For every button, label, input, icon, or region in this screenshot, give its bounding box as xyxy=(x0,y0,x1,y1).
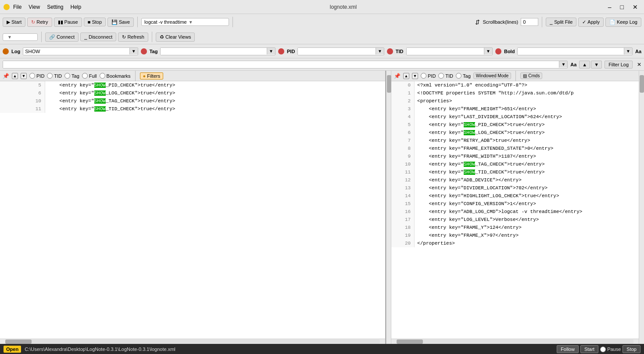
right-scrollbar-thumb[interactable] xyxy=(397,340,423,344)
menu-help[interactable]: Help xyxy=(71,4,82,10)
aa-label: Aa xyxy=(635,49,641,54)
split-file-button[interactable]: ⎯ Split File xyxy=(546,18,576,26)
right-v-thumb[interactable] xyxy=(640,75,644,93)
extra-dropdown[interactable]: ▼ xyxy=(3,33,38,41)
refresh-button[interactable]: ↻ Refresh xyxy=(118,33,148,42)
right-code-area[interactable]: 0<?xml version="1.0" encoding="UTF-8"?>1… xyxy=(391,81,639,339)
left-h-scrollbar[interactable] xyxy=(0,339,385,344)
toolbar-row-1: ▶ Start ↻ Retry ▮▮ Pause ■ Stop 💾 Save l… xyxy=(0,14,644,30)
right-scroll-up-button[interactable]: ▲ xyxy=(403,73,409,79)
filter-log-button[interactable]: Filter Log xyxy=(605,61,633,69)
separator-3 xyxy=(542,17,542,27)
connect-button[interactable]: 🔗 Connect xyxy=(45,33,79,42)
menu-view[interactable]: View xyxy=(29,4,40,10)
right-tid-radio[interactable] xyxy=(438,73,444,79)
status-stop-button[interactable]: Stop xyxy=(623,345,640,353)
log-filter-dropdown[interactable]: ▼ xyxy=(129,48,138,54)
filter-close-button[interactable]: ✕ xyxy=(637,61,641,68)
right-h-scrollbar[interactable] xyxy=(391,339,639,344)
menu-file[interactable]: File xyxy=(13,4,21,10)
line-number: 18 xyxy=(391,224,415,231)
save-button[interactable]: 💾 Save xyxy=(107,18,134,27)
tid-filter-dropdown[interactable]: ▼ xyxy=(484,48,492,54)
search-up-button[interactable]: ▲ xyxy=(579,61,590,69)
clear-views-button[interactable]: ♻ Clear Views xyxy=(156,33,195,42)
search-dropdown-btn[interactable]: ▼ xyxy=(559,61,567,68)
table-row: 13 <entry key="DIVIDER_LOCATION">702</en… xyxy=(391,184,639,192)
tag-filter-input[interactable] xyxy=(161,48,267,55)
window-title: lognote.xml xyxy=(330,4,357,10)
left-scrollbar-thumb[interactable] xyxy=(5,340,32,344)
apply-button[interactable]: ✓ Apply xyxy=(578,18,604,27)
connect-icon: 🔗 xyxy=(49,34,55,40)
table-row: 3 <entry key="FRAME_HEIGHT">651</entry> xyxy=(391,105,639,113)
cmds-button[interactable]: ▨ Cmds xyxy=(520,72,542,79)
retry-button[interactable]: ↻ Retry xyxy=(27,18,52,27)
filters-button[interactable]: ● Filters xyxy=(140,72,164,79)
follow-button[interactable]: Follow xyxy=(557,345,579,353)
tag-radio[interactable] xyxy=(64,73,70,79)
line-content: <!DOCTYPE properties SYSTEM "http://java… xyxy=(415,89,639,97)
menu-setting[interactable]: Setting xyxy=(47,4,63,10)
table-row: 9 <entry key="FRAME_WIDTH">1187</entry> xyxy=(391,152,639,160)
pid-radio[interactable] xyxy=(29,73,35,79)
bold-filter-input[interactable] xyxy=(518,48,624,55)
minimize-button[interactable]: – xyxy=(605,3,614,11)
scroll-down-button[interactable]: ▼ xyxy=(21,73,27,79)
tid-dot xyxy=(387,48,393,54)
scrollback-input[interactable] xyxy=(521,18,538,26)
line-number: 12 xyxy=(391,176,415,184)
tid-filter-input[interactable] xyxy=(407,48,484,55)
app-icon xyxy=(4,4,10,10)
keep-log-button[interactable]: 📄 Keep Log xyxy=(605,18,641,27)
pin-icon[interactable]: 📌 xyxy=(3,73,9,79)
title-bar-left: File View Setting Help xyxy=(4,4,81,10)
disconnect-icon: ⎯ xyxy=(84,34,87,40)
stop-button[interactable]: ■ Stop xyxy=(84,18,106,26)
start-button[interactable]: ▶ Start xyxy=(3,18,25,27)
pid-filter-input[interactable] xyxy=(298,48,376,55)
bold-filter-dropdown[interactable]: ▼ xyxy=(624,48,632,54)
right-v-scrollbar[interactable] xyxy=(639,71,644,344)
left-v-scrollbar[interactable] xyxy=(386,71,391,344)
table-row: 5 <entry key="SHOW_PID_CHECK">true</entr… xyxy=(391,121,639,129)
close-button[interactable]: ✕ xyxy=(630,3,640,11)
right-tag-radio[interactable] xyxy=(456,73,462,79)
status-pause-radio-label: Pause xyxy=(607,347,621,352)
pid-filter-dropdown[interactable]: ▼ xyxy=(376,48,384,54)
bookmarks-radio[interactable] xyxy=(100,73,105,79)
search-input[interactable] xyxy=(3,61,559,68)
right-scroll-down-button[interactable]: ▼ xyxy=(412,73,418,79)
pid-label: PID xyxy=(287,49,295,54)
disconnect-button[interactable]: ⎯ Disconnect xyxy=(80,33,116,41)
line-number: 16 xyxy=(391,208,415,216)
clear-icon: ♻ xyxy=(160,34,164,40)
line-content: <entry key="SHOW_LOG_CHECK">true</entry> xyxy=(45,89,385,97)
search-down-button[interactable]: ▼ xyxy=(591,61,602,69)
pause-button[interactable]: ▮▮ Pause xyxy=(54,18,82,27)
line-content: </properties> xyxy=(415,239,639,247)
status-pause-radio-input[interactable] xyxy=(600,347,606,352)
line-content: <entry key="SHOW_TID_CHECK">true</entry> xyxy=(45,105,385,113)
start-icon: ▶ xyxy=(7,19,10,25)
left-code-area[interactable]: 5 <entry key="SHOW_PID_CHECK">true</entr… xyxy=(0,81,385,339)
line-number: 6 xyxy=(391,129,415,137)
toolbar-row-2: ▼ 🔗 Connect ⎯ Disconnect ↻ Refresh ♻ Cle… xyxy=(0,30,644,44)
logcat-cmd-dropdown[interactable]: logcat -v threadtime ▼ xyxy=(141,18,229,26)
status-start-button[interactable]: Start xyxy=(580,345,598,353)
pid-radio-group: PID xyxy=(29,73,44,79)
tid-radio[interactable] xyxy=(47,73,53,79)
maximize-button[interactable]: □ xyxy=(618,3,626,11)
full-radio-group: Full xyxy=(82,73,97,79)
log-filter-input[interactable] xyxy=(23,48,129,55)
status-path: C:\Users\Alexandra\Desktop\LogNote-0.3.1… xyxy=(25,347,553,352)
tag-filter-dropdown[interactable]: ▼ xyxy=(267,48,275,54)
line-content: <entry key="SHOW_PID_CHECK">true</entry> xyxy=(45,81,385,89)
scroll-up-button[interactable]: ▲ xyxy=(12,73,18,79)
table-row: 7 <entry key="RETRY_ADB">true</entry> xyxy=(391,137,639,144)
full-radio[interactable] xyxy=(82,73,88,79)
left-v-thumb[interactable] xyxy=(387,75,391,93)
right-pid-radio[interactable] xyxy=(421,73,426,79)
right-pin-icon[interactable]: 📌 xyxy=(394,73,401,79)
windowed-mode-button[interactable]: Windowed Mode xyxy=(473,72,511,79)
